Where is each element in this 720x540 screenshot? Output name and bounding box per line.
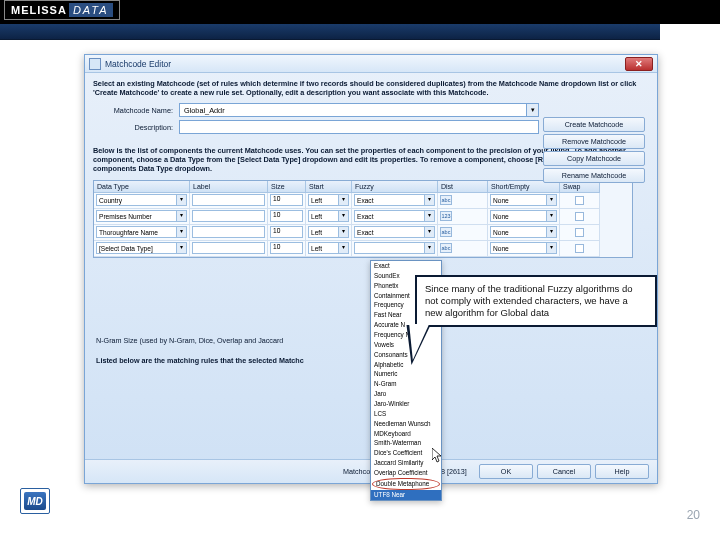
chevron-down-icon: ▾: [424, 227, 434, 237]
brand-name-1: MELISSA: [11, 4, 67, 16]
table-row: [Select Data Type]▾ 10 Left▾ ▾ abc None▾: [94, 241, 632, 257]
dialog-title: Matchcode Editor: [105, 59, 171, 69]
fuzzy-dropdown[interactable]: Exact▾: [354, 210, 435, 222]
col-label: Label: [190, 181, 268, 193]
shortempty-dropdown[interactable]: None▾: [490, 210, 557, 222]
start-dropdown[interactable]: Left▾: [308, 242, 349, 254]
annotation-callout: Since many of the traditional Fuzzy algo…: [415, 275, 657, 327]
chevron-down-icon: ▾: [546, 243, 556, 253]
chevron-down-icon: ▾: [176, 243, 186, 253]
ngram-size-label: N-Gram Size (used by N-Gram, Dice, Overl…: [96, 336, 283, 345]
components-grid: Data Type Label Size Start Fuzzy Dist Sh…: [93, 180, 633, 258]
start-dropdown[interactable]: Left▾: [308, 226, 349, 238]
swap-checkbox[interactable]: [575, 212, 584, 221]
fuzzy-option[interactable]: N-Gram: [371, 379, 441, 389]
label-input[interactable]: [192, 194, 265, 206]
shortempty-dropdown[interactable]: None▾: [490, 242, 557, 254]
table-row: Premises Number▾ 10 Left▾ Exact▾ 123 Non…: [94, 209, 632, 225]
top-bar: MELISSA DATA: [0, 0, 720, 24]
title-bar[interactable]: Matchcode Editor ✕: [85, 55, 657, 73]
cursor-icon: [432, 448, 444, 464]
dist-icon[interactable]: abc: [440, 227, 452, 237]
chevron-down-icon: ▾: [546, 195, 556, 205]
chevron-down-icon: ▾: [176, 211, 186, 221]
ok-button[interactable]: OK: [479, 464, 533, 479]
help-button[interactable]: Help: [595, 464, 649, 479]
swap-checkbox[interactable]: [575, 228, 584, 237]
chevron-down-icon: ▾: [546, 227, 556, 237]
fuzzy-dropdown[interactable]: Exact▾: [354, 226, 435, 238]
col-fuzzy: Fuzzy: [352, 181, 438, 193]
col-data-type: Data Type: [94, 181, 190, 193]
size-input[interactable]: 10: [270, 226, 303, 238]
shortempty-dropdown[interactable]: None▾: [490, 226, 557, 238]
fuzzy-option[interactable]: MDKeyboard: [371, 429, 441, 439]
datatype-dropdown[interactable]: Premises Number▾: [96, 210, 187, 222]
chevron-down-icon: ▾: [424, 211, 434, 221]
datatype-dropdown[interactable]: [Select Data Type]▾: [96, 242, 187, 254]
fuzzy-option[interactable]: Overlap Coefficient: [371, 468, 441, 478]
swap-checkbox[interactable]: [575, 196, 584, 205]
fuzzy-option[interactable]: Smith-Waterman: [371, 438, 441, 448]
start-dropdown[interactable]: Left▾: [308, 210, 349, 222]
size-input[interactable]: 10: [270, 242, 303, 254]
header-white-bar: [0, 40, 720, 48]
dist-icon[interactable]: abc: [440, 243, 452, 253]
header-blue-bar: [0, 24, 660, 40]
shortempty-dropdown[interactable]: None▾: [490, 194, 557, 206]
fuzzy-option[interactable]: LCS: [371, 409, 441, 419]
dist-icon[interactable]: 123: [440, 211, 452, 221]
matchcode-name-value: Global_Addr: [184, 106, 225, 115]
matchcode-name-label: Matchcode Name:: [93, 106, 179, 115]
table-row: Country▾ 10 Left▾ Exact▾ abc None▾: [94, 193, 632, 209]
fuzzy-option[interactable]: Jaro-Winkler: [371, 399, 441, 409]
remove-matchcode-button[interactable]: Remove Matchcode: [543, 134, 645, 149]
chevron-down-icon: ▾: [338, 227, 348, 237]
rename-matchcode-button[interactable]: Rename Matchcode: [543, 168, 645, 183]
label-input[interactable]: [192, 226, 265, 238]
fuzzy-option[interactable]: Numeric: [371, 369, 441, 379]
col-start: Start: [306, 181, 352, 193]
window-icon: [89, 58, 101, 70]
fuzzy-option[interactable]: Needleman Wunsch: [371, 419, 441, 429]
cancel-button[interactable]: Cancel: [537, 464, 591, 479]
fuzzy-option[interactable]: Jaro: [371, 389, 441, 399]
fuzzy-option[interactable]: UTF8 Near: [371, 490, 441, 500]
chevron-down-icon: ▾: [526, 104, 538, 116]
chevron-down-icon: ▾: [338, 211, 348, 221]
description-label: Description:: [93, 123, 179, 132]
chevron-down-icon: ▾: [176, 227, 186, 237]
label-input[interactable]: [192, 242, 265, 254]
create-matchcode-button[interactable]: Create Matchcode: [543, 117, 645, 132]
size-input[interactable]: 10: [270, 194, 303, 206]
md-badge-text: MD: [24, 492, 46, 510]
brand-name-2: DATA: [69, 3, 113, 17]
chevron-down-icon: ▾: [176, 195, 186, 205]
label-input[interactable]: [192, 210, 265, 222]
col-size: Size: [268, 181, 306, 193]
intro-text: Select an existing Matchcode (set of rul…: [93, 79, 649, 97]
size-input[interactable]: 10: [270, 210, 303, 222]
description-input[interactable]: [179, 120, 539, 134]
chevron-down-icon: ▾: [338, 243, 348, 253]
datatype-dropdown[interactable]: Country▾: [96, 194, 187, 206]
fuzzy-dropdown[interactable]: ▾: [354, 242, 435, 254]
start-dropdown[interactable]: Left▾: [308, 194, 349, 206]
matching-rules-label: Listed below are the matching rules that…: [96, 356, 304, 365]
swap-checkbox[interactable]: [575, 244, 584, 253]
copy-matchcode-button[interactable]: Copy Matchcode: [543, 151, 645, 166]
matchcode-button-stack: Create Matchcode Remove Matchcode Copy M…: [543, 117, 645, 183]
fuzzy-dropdown[interactable]: Exact▾: [354, 194, 435, 206]
fuzzy-option[interactable]: Jaccard Similarity: [371, 458, 441, 468]
chevron-down-icon: ▾: [338, 195, 348, 205]
fuzzy-option[interactable]: Dice's Coefficient: [371, 448, 441, 458]
md-badge-icon: MD: [20, 488, 50, 514]
table-row: Thoroughfare Name▾ 10 Left▾ Exact▾ abc N…: [94, 225, 632, 241]
fuzzy-option[interactable]: Double Metaphone: [372, 478, 440, 490]
datatype-dropdown[interactable]: Thoroughfare Name▾: [96, 226, 187, 238]
page-number: 20: [687, 508, 700, 522]
fuzzy-option[interactable]: Exact: [371, 261, 441, 271]
matchcode-name-dropdown[interactable]: Global_Addr ▾: [179, 103, 539, 117]
close-button[interactable]: ✕: [625, 57, 653, 71]
dist-icon[interactable]: abc: [440, 195, 452, 205]
